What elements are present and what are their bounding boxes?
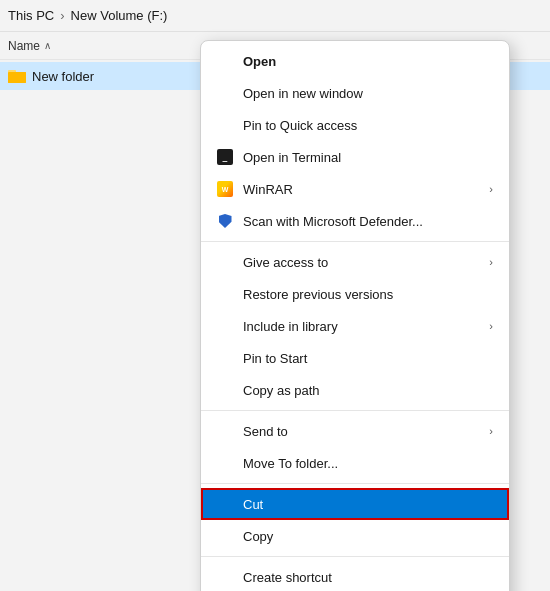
menu-item-copy[interactable]: Copy: [201, 520, 509, 552]
include-library-icon: [217, 318, 233, 334]
menu-item-open-new-window[interactable]: Open in new window: [201, 77, 509, 109]
send-to-arrow-icon: ›: [489, 425, 493, 437]
winrar-icon: W: [217, 181, 233, 197]
give-access-label: Give access to: [243, 255, 479, 270]
open-new-window-icon: [217, 85, 233, 101]
open-icon: [217, 53, 233, 69]
pin-start-label: Pin to Start: [243, 351, 493, 366]
copy-icon: [217, 528, 233, 544]
separator-3: [201, 483, 509, 484]
pin-start-icon: [217, 350, 233, 366]
cut-label: Cut: [243, 497, 493, 512]
folder-icon: [8, 67, 26, 85]
winrar-arrow-icon: ›: [489, 183, 493, 195]
path-part-volume[interactable]: New Volume (F:): [71, 8, 168, 23]
move-to-label: Move To folder...: [243, 456, 493, 471]
menu-item-winrar[interactable]: W WinRAR ›: [201, 173, 509, 205]
separator-2: [201, 410, 509, 411]
menu-item-cut-row: Cut: [201, 488, 509, 520]
menu-item-move-to[interactable]: Move To folder...: [201, 447, 509, 479]
open-terminal-label: Open in Terminal: [243, 150, 493, 165]
path-part-this-pc[interactable]: This PC: [8, 8, 54, 23]
defender-label: Scan with Microsoft Defender...: [243, 214, 493, 229]
menu-item-give-access[interactable]: Give access to ›: [201, 246, 509, 278]
include-library-label: Include in library: [243, 319, 479, 334]
menu-item-restore-versions[interactable]: Restore previous versions: [201, 278, 509, 310]
restore-versions-icon: [217, 286, 233, 302]
name-column-header[interactable]: Name ∧: [8, 39, 51, 53]
copy-path-icon: [217, 382, 233, 398]
menu-item-copy-path[interactable]: Copy as path: [201, 374, 509, 406]
address-path: This PC › New Volume (F:): [8, 8, 167, 23]
separator-4: [201, 556, 509, 557]
menu-item-send-to[interactable]: Send to ›: [201, 415, 509, 447]
path-separator: ›: [60, 8, 64, 23]
context-menu: Open Open in new window Pin to Quick acc…: [200, 40, 510, 591]
menu-item-open[interactable]: Open: [201, 45, 509, 77]
copy-label: Copy: [243, 529, 493, 544]
address-bar: This PC › New Volume (F:): [0, 0, 550, 32]
separator-1: [201, 241, 509, 242]
winrar-label: WinRAR: [243, 182, 479, 197]
defender-icon: [217, 213, 233, 229]
move-to-icon: [217, 455, 233, 471]
send-to-label: Send to: [243, 424, 479, 439]
send-to-icon: [217, 423, 233, 439]
sort-arrow-icon: ∧: [44, 40, 51, 51]
terminal-icon: _: [217, 149, 233, 165]
create-shortcut-label: Create shortcut: [243, 570, 493, 585]
cut-icon: [217, 496, 233, 512]
menu-item-include-library[interactable]: Include in library ›: [201, 310, 509, 342]
menu-item-defender[interactable]: Scan with Microsoft Defender...: [201, 205, 509, 237]
svg-rect-2: [8, 72, 26, 83]
open-label: Open: [243, 54, 493, 69]
pin-quick-access-icon: [217, 117, 233, 133]
include-library-arrow-icon: ›: [489, 320, 493, 332]
menu-item-pin-quick-access[interactable]: Pin to Quick access: [201, 109, 509, 141]
give-access-icon: [217, 254, 233, 270]
menu-item-create-shortcut[interactable]: Create shortcut: [201, 561, 509, 591]
give-access-arrow-icon: ›: [489, 256, 493, 268]
copy-path-label: Copy as path: [243, 383, 493, 398]
create-shortcut-icon: [217, 569, 233, 585]
menu-item-open-terminal[interactable]: _ Open in Terminal: [201, 141, 509, 173]
menu-item-cut[interactable]: Cut: [201, 488, 509, 520]
open-new-window-label: Open in new window: [243, 86, 493, 101]
explorer-background: This PC › New Volume (F:) Name ∧ New fol…: [0, 0, 550, 591]
file-item-name: New folder: [32, 69, 94, 84]
pin-quick-access-label: Pin to Quick access: [243, 118, 493, 133]
menu-item-pin-start[interactable]: Pin to Start: [201, 342, 509, 374]
restore-versions-label: Restore previous versions: [243, 287, 493, 302]
